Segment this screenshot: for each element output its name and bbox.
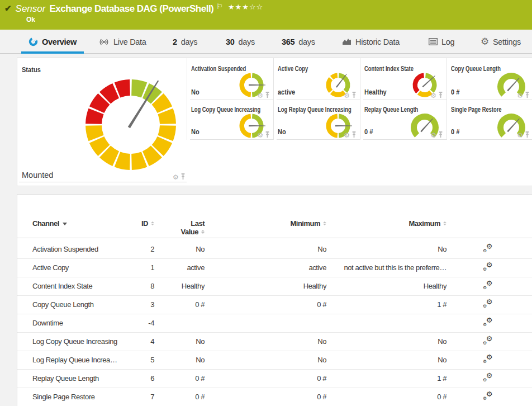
gear-small-icon: ⚙: [483, 396, 487, 401]
pin-icon[interactable]: [438, 92, 443, 98]
sort-icon: [201, 230, 205, 234]
gear-icon: ⚙: [486, 243, 492, 250]
col-last-value[interactable]: LastValue: [149, 219, 205, 236]
gear-small-icon: ⚙: [483, 286, 487, 290]
gauge-value: 0 #: [364, 128, 373, 136]
channel-settings-button[interactable]: ⚙⚙: [481, 259, 500, 277]
gear-small-icon: ⚙: [483, 378, 487, 383]
priority-stars[interactable]: ★★★☆☆: [228, 3, 263, 11]
channel-settings-button[interactable]: ⚙⚙: [481, 296, 500, 314]
pin-icon[interactable]: [438, 131, 443, 138]
table-row[interactable]: Replay Queue Length 6 0 # 0 # 1 # ⚙⚙: [17, 370, 532, 388]
gear-icon[interactable]: ⚙: [344, 133, 350, 138]
cell-maximum: 1 #: [308, 370, 446, 388]
gear-icon: ⚙: [486, 372, 492, 379]
tab-label: days: [181, 37, 197, 46]
cell-last-value: active: [149, 259, 205, 277]
tab-label: days: [298, 37, 315, 46]
gear-icon[interactable]: ⚙: [430, 93, 436, 98]
pin-icon[interactable]: [352, 92, 357, 98]
tab-live-data[interactable]: Live Data: [91, 30, 154, 54]
tab-days[interactable]: 30days: [218, 30, 262, 54]
cell-last-value: 0 #: [149, 296, 205, 314]
pin-icon[interactable]: [265, 131, 270, 138]
channel-settings-button[interactable]: ⚙⚙: [481, 351, 500, 370]
channel-settings-button[interactable]: ⚙⚙: [481, 277, 500, 296]
cell-id: 7: [90, 388, 154, 406]
gear-icon[interactable]: ⚙: [430, 133, 436, 138]
cell-id: 1: [90, 259, 154, 277]
cell-id: 6: [90, 370, 154, 388]
cell-id: 5: [90, 351, 154, 369]
pin-icon[interactable]: [525, 92, 530, 98]
channel-settings-button[interactable]: ⚙⚙: [481, 333, 500, 351]
channel-settings-button[interactable]: ⚙⚙: [481, 370, 500, 388]
cell-maximum: 0 #: [308, 388, 446, 406]
priority-flag-icon[interactable]: ⚐: [216, 2, 223, 11]
gear-icon[interactable]: ⚙: [257, 133, 263, 138]
gauge-cell-activation-suspended[interactable]: Activation SuspendedNo⚙: [187, 58, 273, 100]
gauge-value: Healthy: [364, 88, 387, 96]
status-badge: Ok: [26, 16, 35, 23]
pin-icon[interactable]: [352, 131, 357, 138]
cell-channel: Active Copy: [32, 259, 69, 277]
channel-settings-button[interactable]: ⚙⚙: [481, 240, 500, 259]
table-row[interactable]: Downtime -4 ⚙⚙: [17, 314, 532, 333]
gear-small-icon: ⚙: [483, 323, 487, 327]
gauge-dial: [493, 110, 529, 145]
table-row[interactable]: Log Replay Queue Increa… 5 No No No ⚙⚙: [17, 351, 532, 370]
tab-log[interactable]: Log: [421, 30, 462, 54]
gear-small-icon: ⚙: [483, 341, 487, 346]
table-row[interactable]: Log Copy Queue Increasing 4 No No No ⚙⚙: [17, 333, 532, 351]
channel-settings-button[interactable]: ⚙⚙: [481, 314, 500, 333]
cell-last-value: 0 #: [149, 388, 205, 406]
gauge-cell-single-page-restore[interactable]: Single Page Restore0 #⚙: [446, 100, 532, 140]
table-row[interactable]: Single Page Restore 7 0 # 0 # 0 # ⚙⚙: [17, 388, 532, 406]
table-row[interactable]: Copy Queue Length 3 0 # 0 # 1 # ⚙⚙: [17, 296, 532, 314]
cell-maximum: Healthy: [308, 277, 446, 295]
object-kind-label: Sensor: [16, 3, 46, 15]
gear-icon[interactable]: ⚙: [517, 93, 523, 98]
cell-channel: Activation Suspended: [32, 240, 98, 258]
pin-icon[interactable]: [180, 173, 186, 180]
col-maximum[interactable]: Maximum: [308, 219, 446, 228]
table-row[interactable]: Content Index State 8 Healthy Healthy He…: [17, 277, 532, 296]
tab-historic-data[interactable]: Historic Data: [335, 30, 407, 54]
cell-channel: Downtime: [32, 314, 63, 332]
gear-icon[interactable]: ⚙: [257, 93, 263, 98]
tab-label: Historic Data: [355, 37, 400, 46]
pin-icon[interactable]: [525, 131, 530, 138]
channels-table-panel: Channel ID LastValue Minimum Maximum Act…: [17, 194, 532, 406]
gauge-cell-log-replay-queue-increasing[interactable]: Log Replay Queue IncreasingNo⚙: [273, 100, 360, 140]
col-id[interactable]: ID: [90, 219, 154, 228]
tab-settings[interactable]: ⚙Settings: [473, 30, 528, 54]
gauge-title: Active Copy: [278, 65, 308, 73]
gauge-cell-content-index-state[interactable]: Content Index StateHealthy⚙: [360, 58, 446, 100]
cell-id: 2: [90, 240, 154, 258]
pin-icon[interactable]: [265, 92, 270, 98]
tab-number: 30: [226, 37, 235, 46]
gear-icon[interactable]: ⚙: [517, 133, 523, 138]
cell-last-value: No: [149, 351, 205, 369]
tab-days[interactable]: 365days: [274, 30, 322, 54]
gear-icon: ⚙: [486, 335, 492, 342]
cell-maximum: No: [308, 240, 446, 258]
gauge-cell-copy-queue-length[interactable]: Copy Queue Length0 #⚙: [446, 58, 532, 100]
tab-days[interactable]: 2days: [165, 30, 205, 54]
gear-icon[interactable]: ⚙: [173, 174, 179, 180]
tab-overview[interactable]: Overview: [21, 30, 84, 54]
gauge-cell-active-copy[interactable]: Active Copyactive⚙: [273, 58, 360, 100]
table-row[interactable]: Activation Suspended 2 No No No ⚙⚙: [17, 240, 532, 259]
gauge-cell-replay-queue-length[interactable]: Replay Queue Length0 #⚙: [360, 100, 446, 140]
status-cell-title: Status: [22, 65, 41, 74]
cell-maximum: 1 #: [308, 296, 446, 314]
gauge-cell-log-copy-queue-increasing[interactable]: Log Copy Queue IncreasingNo⚙: [187, 100, 273, 140]
table-row[interactable]: Active Copy 1 active active not active b…: [17, 259, 532, 277]
cell-last-value: Healthy: [149, 277, 205, 295]
col-channel[interactable]: Channel: [32, 219, 67, 228]
channel-settings-button[interactable]: ⚙⚙: [481, 388, 500, 406]
cell-id: 3: [90, 296, 154, 314]
gear-icon[interactable]: ⚙: [344, 93, 350, 98]
cell-id: 4: [90, 333, 154, 351]
gauge-icon: [28, 37, 38, 46]
